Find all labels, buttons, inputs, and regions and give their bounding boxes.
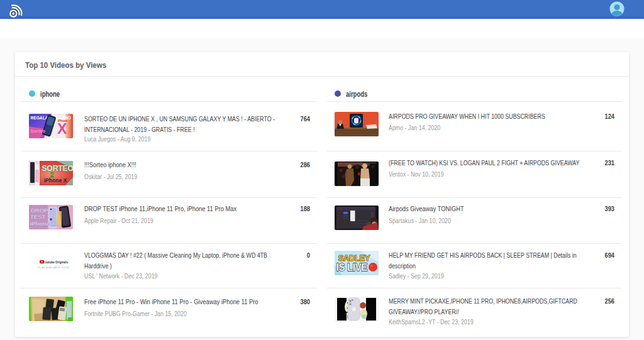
svg-text:SORTEO: SORTEO <box>42 164 73 173</box>
svg-text:X: X <box>57 121 67 137</box>
svg-text:Sorteo: Sorteo <box>30 128 45 134</box>
svg-text:outube Originals: outube Originals <box>45 261 69 264</box>
svg-text:TO BE AVAILABLE SOON: TO BE AVAILABLE SOON <box>37 266 69 269</box>
svg-text:SADLEY: SADLEY <box>338 253 370 263</box>
svg-text:TEST: TEST <box>30 213 45 220</box>
svg-text:iPhone 11: iPhone 11 <box>30 220 57 227</box>
svg-text:iPhone X: iPhone X <box>44 177 67 184</box>
svg-text:IS LIVE: IS LIVE <box>336 262 367 273</box>
